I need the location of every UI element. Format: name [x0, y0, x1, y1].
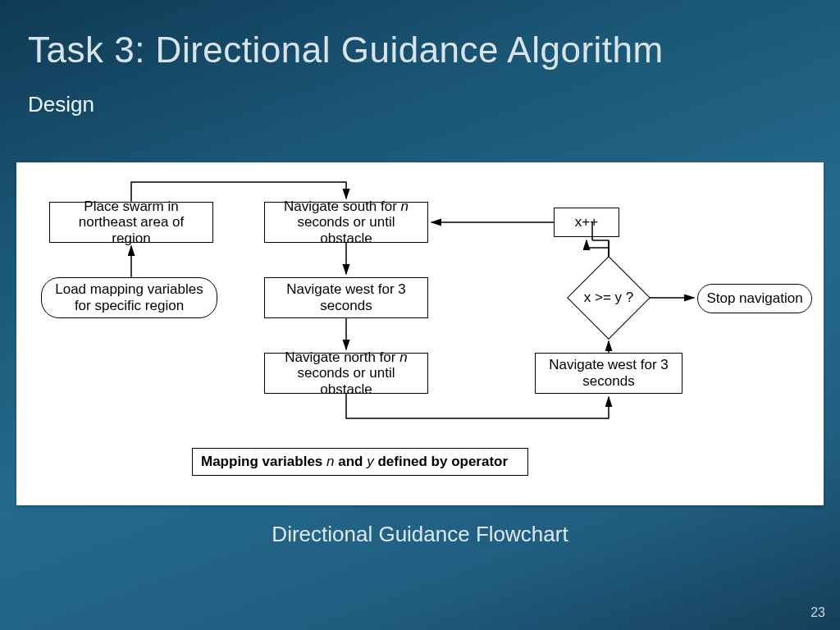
nav-south-pre: Navigate south for [284, 199, 401, 214]
footnote-post: defined by operator [374, 454, 508, 469]
node-nav-south: Navigate south for n seconds or until ob… [264, 202, 428, 243]
nav-south-post: seconds or until obstacle [297, 214, 395, 246]
node-nav-west-2: Navigate west for 3 seconds [535, 353, 682, 394]
nav-north-pre: Navigate north for [285, 349, 399, 365]
nav-north-post: seconds or until obstacle [297, 365, 395, 397]
slide-subtitle: Design [28, 92, 94, 117]
footnote-pre: Mapping variables [201, 454, 326, 469]
node-stop: Stop navigation [697, 284, 812, 313]
footnote-var1: n [326, 454, 334, 469]
nav-south-var: n [401, 199, 409, 214]
flowchart-panel: Load mapping variables for specific regi… [16, 162, 824, 505]
node-place-swarm: Place swarm in northeast area of region [49, 202, 213, 243]
slide: Task 3: Directional Guidance Algorithm D… [0, 0, 840, 630]
page-number: 23 [810, 605, 825, 620]
slide-caption: Directional Guidance Flowchart [0, 522, 840, 547]
slide-title: Task 3: Directional Guidance Algorithm [28, 30, 664, 71]
decision-label: x >= y ? [584, 290, 633, 306]
node-load-vars: Load mapping variables for specific regi… [41, 277, 217, 318]
node-nav-west-1: Navigate west for 3 seconds [264, 277, 428, 318]
node-footnote: Mapping variables n and y defined by ope… [192, 448, 528, 476]
footnote-var2: y [367, 454, 374, 469]
node-nav-north: Navigate north for n seconds or until ob… [264, 353, 428, 394]
node-increment: x++ [554, 208, 619, 237]
nav-north-var: n [399, 349, 407, 365]
footnote-mid: and [335, 454, 368, 469]
